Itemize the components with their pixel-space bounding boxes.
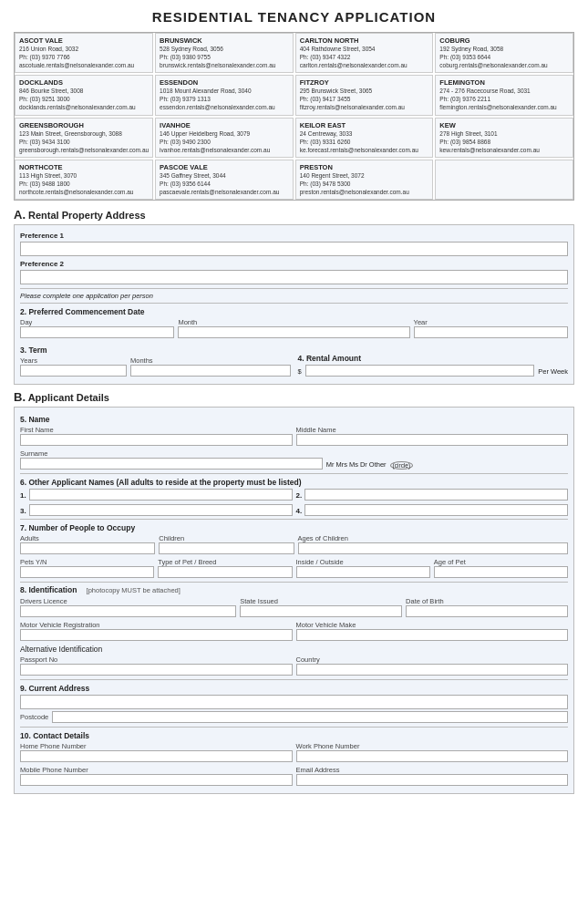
email-input[interactable]	[296, 774, 569, 786]
work-phone-input[interactable]	[296, 750, 569, 762]
pref1-label: Preference 1	[20, 232, 568, 240]
months-input[interactable]	[130, 365, 291, 377]
country-input[interactable]	[296, 664, 569, 676]
other-name-1-num: 1.	[20, 491, 26, 501]
section-a-form: Preference 1 Preference 2 Please complet…	[14, 224, 574, 385]
day-input[interactable]	[20, 326, 174, 338]
id-note: [photocopy MUST be attached]	[87, 586, 181, 594]
office-essendon: ESSENDON 1018 Mount Alexander Road, 3040…	[155, 75, 294, 115]
home-phone-input[interactable]	[20, 750, 293, 762]
years-label: Years	[20, 356, 127, 365]
mobile-input[interactable]	[20, 774, 293, 786]
other-name-2-input[interactable]	[304, 489, 568, 501]
email-label: Email Address	[296, 766, 569, 774]
postcode-input[interactable]	[52, 711, 568, 723]
current-address-title: 9. Current Address	[20, 684, 568, 693]
inside-outside-input[interactable]	[296, 566, 430, 578]
office-brunswick: BRUNSWICK 528 Sydney Road, 3056 Ph: (03)…	[155, 33, 294, 73]
contact-title: 10. Contact Details	[20, 731, 568, 740]
motor-reg-input[interactable]	[20, 629, 293, 641]
motor-make-input[interactable]	[296, 629, 569, 641]
name-section-title: 5. Name	[20, 415, 568, 424]
adults-input[interactable]	[20, 542, 155, 554]
passport-input[interactable]	[20, 664, 293, 676]
first-name-input[interactable]	[20, 434, 293, 446]
pets-label: Pets Y/N	[20, 558, 154, 566]
office-carlton-north: CARLTON NORTH 404 Rathdowne Street, 3054…	[295, 33, 434, 73]
office-flemington: FLEMINGTON 274 - 276 Racecourse Road, 30…	[435, 75, 573, 115]
pref2-input[interactable]	[20, 270, 568, 284]
alt-id-label: Alternative Identification	[20, 645, 568, 654]
years-input[interactable]	[20, 365, 127, 377]
drivers-licence-input[interactable]	[20, 605, 236, 617]
day-label: Day	[20, 318, 174, 326]
passport-label: Passport No	[20, 655, 293, 664]
surname-input[interactable]	[20, 458, 323, 470]
other-name-4-num: 4.	[296, 507, 303, 516]
offices-grid: ASCOT VALE 216 Union Road, 3032 Ph: (03)…	[14, 32, 574, 201]
state-issued-input[interactable]	[240, 605, 402, 617]
children-label: Children	[159, 534, 294, 542]
other-name-3-input[interactable]	[29, 504, 293, 516]
office-empty	[435, 160, 573, 200]
pet-type-input[interactable]	[158, 566, 292, 578]
pref2-label: Preference 2	[20, 260, 568, 268]
other-applicants-title: 6. Other Applicant Names (All adults to …	[20, 478, 568, 487]
occupants-title: 7. Number of People to Occupy	[20, 523, 568, 532]
commencement-title: 2. Preferred Commencement Date	[20, 307, 568, 316]
pref1-input[interactable]	[20, 242, 568, 256]
other-name-1-input[interactable]	[29, 489, 293, 501]
rental-input[interactable]	[305, 365, 535, 377]
motor-reg-label: Motor Vehicle Registration	[20, 621, 293, 629]
office-preston: PRESTON 140 Regent Street, 3072 Ph: (03)…	[295, 160, 434, 200]
month-input[interactable]	[178, 326, 409, 338]
age-of-pet-label: Age of Pet	[434, 558, 568, 566]
office-pascoe-vale: PASCOE VALE 345 Gaffney Street, 3044 Ph:…	[155, 160, 294, 200]
ages-label: Ages of Children	[298, 534, 569, 542]
other-name-4-input[interactable]	[304, 504, 568, 516]
dob-input[interactable]	[406, 605, 568, 617]
inside-outside-label: Inside / Outside	[296, 558, 430, 566]
id-section-title: 8. Identification	[20, 585, 77, 594]
title-ms: Ms	[349, 460, 358, 470]
office-ascot-vale: ASCOT VALE 216 Union Road, 3032 Ph: (03)…	[15, 33, 153, 73]
dob-label: Date of Birth	[406, 597, 568, 605]
term-title: 3. Term	[20, 346, 291, 355]
surname-label: Surname	[20, 449, 323, 458]
title-other: Other	[369, 460, 387, 470]
other-name-2-num: 2.	[296, 491, 303, 501]
middle-name-label: Middle Name	[296, 426, 569, 434]
state-issued-label: State Issued	[240, 597, 402, 605]
month-label: Month	[178, 318, 409, 326]
office-keilor-east: KEILOR EAST 24 Centreway, 3033 Ph: (03) …	[295, 118, 434, 158]
first-name-label: First Name	[20, 426, 293, 434]
pet-type-label: Type of Pet / Breed	[158, 558, 292, 566]
age-of-pet-input[interactable]	[434, 566, 568, 578]
title-mr: Mr	[326, 460, 335, 470]
office-coburg: COBURG 192 Sydney Road, 3058 Ph: (03) 93…	[435, 33, 573, 73]
section-a-header: A. Rental Property Address	[14, 208, 574, 222]
office-fitzroy: FITZROY 295 Brunswick Street, 3065 Ph: (…	[295, 75, 434, 115]
page-title: RESIDENTIAL TENANCY APPLICATION	[14, 9, 574, 25]
section-b-form: 5. Name First Name Middle Name Surname M…	[14, 407, 574, 794]
children-input[interactable]	[159, 542, 294, 554]
title-dr: Dr	[360, 460, 367, 470]
app-note: Please complete one application per pers…	[20, 292, 568, 300]
ages-input[interactable]	[298, 542, 569, 554]
work-phone-label: Work Phone Number	[296, 742, 569, 750]
per-week-label: Per Week	[538, 367, 568, 377]
section-b-header: B. Applicant Details	[14, 390, 574, 404]
rental-title: 4. Rental Amount	[298, 354, 569, 363]
pets-input[interactable]	[20, 566, 154, 578]
other-name-3-num: 3.	[20, 507, 26, 516]
office-docklands: DOCKLANDS 846 Bourke Street, 3008 Ph: (0…	[15, 75, 153, 115]
drivers-licence-label: Drivers Licence	[20, 597, 236, 605]
title-mrs: Mrs	[335, 460, 347, 470]
country-label: Country	[296, 655, 569, 664]
middle-name-input[interactable]	[296, 434, 569, 446]
current-address-input[interactable]	[20, 695, 568, 709]
year-input[interactable]	[414, 326, 568, 338]
office-greensborough: GREENSBOROUGH 123 Main Street, Greensbor…	[15, 118, 153, 158]
adults-label: Adults	[20, 534, 155, 542]
mobile-label: Mobile Phone Number	[20, 766, 293, 774]
